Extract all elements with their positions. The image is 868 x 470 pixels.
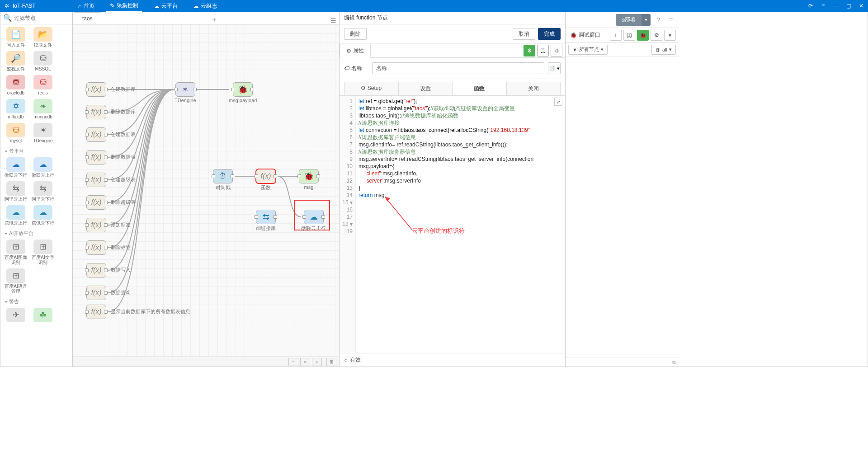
- palette-node[interactable]: ⛁MSSQL: [31, 51, 55, 71]
- palette-node[interactable]: ☘: [31, 308, 55, 323]
- deploy-dropdown[interactable]: ▼: [642, 14, 651, 26]
- node-box[interactable]: f(x): [86, 82, 106, 97]
- flow-node[interactable]: f(x)创建数据表: [86, 127, 106, 142]
- palette-node[interactable]: ⇆阿里云上行: [4, 181, 28, 202]
- palette-node[interactable]: ☁腾讯云下行: [31, 205, 55, 226]
- properties-tab[interactable]: ⚙ 属性: [340, 44, 371, 58]
- node-port-in[interactable]: [85, 155, 89, 159]
- node-box[interactable]: ⇆: [256, 210, 276, 224]
- palette-category[interactable]: AI开放平台: [1, 227, 71, 238]
- node-port-out[interactable]: [104, 155, 108, 159]
- node-box[interactable]: f(x): [86, 263, 106, 277]
- flow-tab[interactable]: taos: [74, 12, 101, 24]
- node-config-icon[interactable]: ⚙: [524, 45, 535, 56]
- node-box[interactable]: f(x): [86, 286, 106, 300]
- node-port-in[interactable]: [302, 215, 306, 219]
- name-picker-icon[interactable]: 📑 ▾: [548, 62, 561, 74]
- flow-node[interactable]: ⏱时间戳: [213, 169, 233, 191]
- palette-node[interactable]: ⊞百度AI文字识别: [31, 240, 55, 265]
- node-port-out[interactable]: [321, 215, 325, 219]
- help-icon[interactable]: ?: [653, 15, 663, 25]
- palette-category[interactable]: 云平台: [1, 145, 71, 155]
- node-box[interactable]: f(x): [86, 173, 106, 187]
- delete-button[interactable]: 删除: [344, 28, 367, 40]
- node-port-in[interactable]: [85, 201, 89, 204]
- node-port-out[interactable]: [274, 174, 277, 178]
- node-port-out[interactable]: [274, 215, 277, 219]
- palette-node[interactable]: ⇆阿里云下行: [31, 181, 55, 202]
- func-subtab[interactable]: 关闭: [506, 82, 561, 95]
- minimize-icon[interactable]: —: [833, 3, 839, 9]
- flow-node[interactable]: f(x)添加标签: [86, 218, 106, 232]
- node-box[interactable]: f(x): [86, 305, 106, 319]
- nav-item[interactable]: ⌂首页: [75, 0, 98, 12]
- node-port-out[interactable]: [104, 178, 108, 182]
- flow-node[interactable]: ⇆dll链接库: [256, 210, 276, 232]
- sync-icon[interactable]: ⟳: [807, 3, 814, 9]
- flow-node[interactable]: f(x)创建超级表: [86, 173, 106, 187]
- palette-node[interactable]: ⛃oracledb: [4, 75, 28, 95]
- node-port-in[interactable]: [85, 223, 89, 227]
- palette-node[interactable]: ❧mongodb: [31, 99, 55, 119]
- node-box[interactable]: f(x): [86, 105, 106, 119]
- palette-node[interactable]: 📄写入文件: [4, 27, 28, 47]
- flow-node[interactable]: f(x)删除超级表: [86, 195, 106, 210]
- node-port-out[interactable]: [231, 174, 234, 178]
- node-box[interactable]: ☁: [304, 210, 324, 224]
- flow-node[interactable]: f(x)删除标签: [86, 240, 106, 255]
- open-window-icon[interactable]: ⧉: [672, 359, 676, 365]
- flow-node[interactable]: f(x)删除数据表: [86, 150, 106, 164]
- node-port-in[interactable]: [85, 133, 89, 136]
- palette-node[interactable]: 🔎监视文件: [4, 51, 28, 71]
- node-port-in[interactable]: [85, 246, 89, 249]
- node-port-out[interactable]: [104, 201, 108, 204]
- flow-node[interactable]: f(x)删除数据库: [86, 105, 106, 119]
- node-docs-icon[interactable]: 🕮: [537, 45, 549, 56]
- func-subtab[interactable]: ⚙ Setup: [344, 82, 398, 95]
- node-port-in[interactable]: [85, 268, 89, 272]
- tab-config-icon[interactable]: ⚙: [651, 30, 662, 41]
- node-port-out[interactable]: [104, 246, 108, 249]
- deploy-button[interactable]: ⎋ 部署: [616, 14, 642, 26]
- palette-node[interactable]: ⊞百度AI图像识别: [4, 240, 28, 265]
- node-box[interactable]: 🐞: [233, 82, 253, 97]
- palette-node[interactable]: 📂读取文件: [31, 27, 55, 47]
- node-port-out[interactable]: [104, 223, 108, 227]
- node-box[interactable]: f(x): [256, 169, 276, 183]
- node-port-in[interactable]: [174, 88, 178, 91]
- deploy-button-group[interactable]: ⎋ 部署 ▼: [616, 14, 651, 26]
- palette-node[interactable]: ✡influxdb: [4, 99, 28, 119]
- expand-editor-icon[interactable]: ⤢: [554, 98, 562, 106]
- palette-node[interactable]: ☁微联云下行: [4, 157, 28, 178]
- flow-node[interactable]: f(x)数据查询: [86, 286, 106, 300]
- node-box[interactable]: f(x): [86, 240, 106, 255]
- flow-node[interactable]: ☁微联云上行: [301, 210, 326, 232]
- filter-clear[interactable]: 🗑 all ▾: [651, 45, 676, 55]
- flow-node[interactable]: f(x)显示当前数据库下的所有数据表信息: [86, 305, 106, 319]
- node-port-in[interactable]: [231, 88, 235, 91]
- node-port-out[interactable]: [104, 133, 108, 136]
- zoom-out-button[interactable]: −: [288, 358, 298, 366]
- tab-menu-icon[interactable]: ☰: [328, 17, 339, 24]
- node-port-in[interactable]: [85, 291, 89, 295]
- flow-canvas[interactable]: f(x)创建数据库f(x)删除数据库f(x)创建数据表f(x)删除数据表f(x)…: [73, 24, 339, 357]
- cancel-button[interactable]: 取消: [513, 28, 535, 40]
- tab-info-icon[interactable]: i: [610, 30, 622, 41]
- palette-node[interactable]: ⛁redis: [31, 75, 55, 95]
- func-subtab[interactable]: 设置: [398, 82, 453, 95]
- node-box[interactable]: f(x): [86, 150, 106, 164]
- palette-node[interactable]: ✈: [4, 308, 28, 323]
- name-input[interactable]: [372, 62, 544, 74]
- hamburger-icon[interactable]: ≡: [666, 15, 676, 25]
- close-icon[interactable]: ✕: [858, 3, 864, 9]
- palette-node[interactable]: ☁腾讯云上行: [4, 205, 28, 226]
- nav-item[interactable]: ☁云平台: [150, 0, 181, 12]
- palette-node[interactable]: ✶TDengine: [31, 123, 55, 143]
- code-editor[interactable]: 1 2 3 4 5 6 7 8 9 10 11 12 13 14 15 ▾ 16…: [340, 96, 565, 353]
- node-port-in[interactable]: [255, 215, 258, 219]
- map-toggle-button[interactable]: ⊞: [326, 358, 336, 366]
- node-port-out[interactable]: [104, 268, 108, 272]
- node-box[interactable]: f(x): [86, 218, 106, 232]
- node-port-in[interactable]: [85, 310, 89, 314]
- menu-icon[interactable]: ≡: [820, 3, 826, 9]
